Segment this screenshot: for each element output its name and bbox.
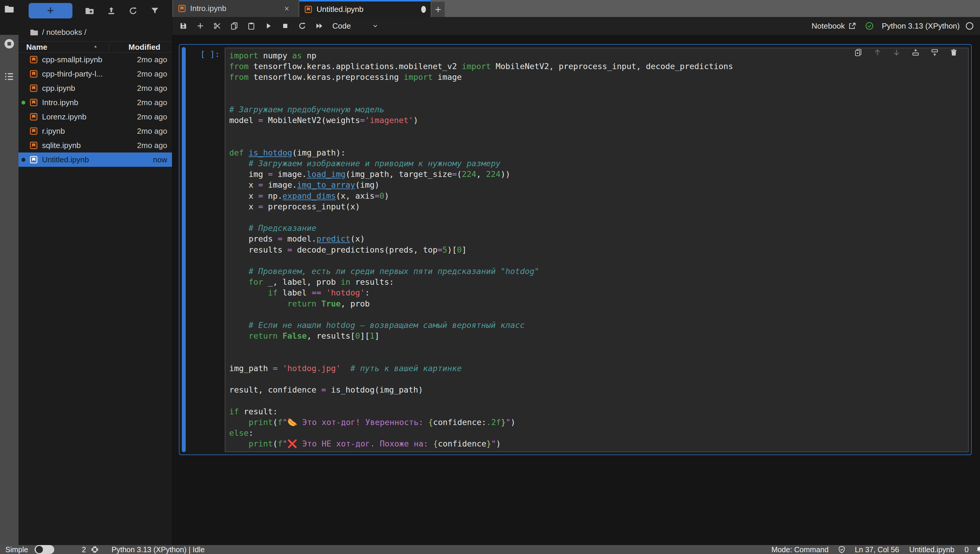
- code-line: # Загружаем изображение и приводим к нуж…: [229, 158, 968, 169]
- code-line: def is_hotdog(img_path):: [229, 147, 968, 158]
- simple-mode-toggle[interactable]: [35, 545, 54, 554]
- column-name[interactable]: Name: [26, 43, 47, 52]
- tab-label: Intro.ipynb: [190, 4, 226, 13]
- code-line: [229, 212, 968, 223]
- trusted-check-icon: [865, 21, 874, 30]
- code-line: if result:: [229, 406, 968, 417]
- notification-count[interactable]: 0: [964, 545, 969, 554]
- file-row[interactable]: Intro.ipynb2mo ago: [19, 95, 172, 110]
- code-line: [229, 341, 968, 352]
- file-modified: 2mo ago: [137, 112, 167, 121]
- tab-untitled-ipynb[interactable]: Untitled.ipynb: [299, 0, 431, 17]
- plus-icon: +: [47, 5, 54, 16]
- code-line: # Проверяем, есть ли среди первых пяти п…: [229, 266, 968, 277]
- kernel-status-text[interactable]: Python 3.13 (XPython) | Idle: [112, 545, 204, 554]
- sort-ascending-icon[interactable]: [93, 44, 98, 49]
- insert-cell-above-button[interactable]: [911, 48, 920, 57]
- file-browser-icon[interactable]: [4, 4, 14, 14]
- status-file-name[interactable]: Untitled.ipynb: [909, 545, 954, 554]
- main-area: Intro.ipynbUntitled.ipynb Code Notebook …: [172, 0, 980, 545]
- code-line: return False, results[0][1]: [229, 331, 968, 341]
- toggle-knob: [36, 546, 43, 553]
- refresh-button[interactable]: [128, 6, 138, 16]
- cut-cell-button[interactable]: [213, 22, 222, 30]
- running-kernels-icon[interactable]: [3, 38, 15, 49]
- cell-type-select[interactable]: Code: [332, 21, 351, 31]
- file-row[interactable]: cpp-third-party-l...2mo ago: [19, 67, 172, 81]
- chevron-down-icon[interactable]: [372, 22, 379, 29]
- insert-cell-button[interactable]: [196, 22, 204, 30]
- file-row[interactable]: cpp-smallpt.ipynb2mo ago: [19, 53, 172, 67]
- restart-run-all-button[interactable]: [315, 22, 323, 30]
- trust-shield-icon[interactable]: [838, 545, 846, 554]
- insert-cell-below-button[interactable]: [931, 48, 939, 57]
- file-modified: 2mo ago: [137, 98, 167, 107]
- new-tab-button[interactable]: [431, 2, 445, 17]
- code-line: [229, 126, 968, 137]
- file-row[interactable]: Lorenz.ipynb2mo ago: [19, 110, 172, 124]
- plus-icon: [434, 6, 442, 13]
- code-line: img = image.load_img(img_path, target_si…: [229, 169, 968, 180]
- file-row[interactable]: r.ipynb2mo ago: [19, 124, 172, 138]
- save-button[interactable]: [179, 22, 187, 30]
- move-cell-up-button[interactable]: [873, 48, 882, 57]
- activity-bar: [0, 0, 19, 545]
- file-modified: 2mo ago: [137, 84, 167, 93]
- column-modified[interactable]: Modified: [128, 43, 160, 52]
- code-line: preds = model.predict(x): [229, 234, 968, 244]
- cell-toolbar: [854, 48, 958, 57]
- tab-intro-ipynb[interactable]: Intro.ipynb: [173, 0, 298, 17]
- table-of-contents-icon[interactable]: [3, 71, 15, 82]
- kernel-status-icon[interactable]: [965, 21, 974, 30]
- jupyterlab-window: { "colors":{"accent_blue":"#3574cc","tab…: [0, 0, 980, 554]
- breadcrumb[interactable]: / notebooks /: [19, 27, 86, 38]
- breadcrumb-path: / notebooks /: [42, 28, 86, 37]
- paste-cell-button[interactable]: [247, 22, 255, 30]
- notebook-scroll-area[interactable]: [ ]: import numpy as npfrom tensorflow.k…: [172, 35, 980, 545]
- notebook-file-icon: [304, 5, 313, 14]
- notebook-file-icon: [29, 69, 38, 78]
- duplicate-cell-button[interactable]: [854, 48, 863, 57]
- column-divider: [109, 43, 109, 51]
- restart-kernel-button[interactable]: [298, 22, 306, 30]
- file-name: cpp-third-party-l...: [42, 69, 103, 79]
- cell-prompt: [ ]:: [200, 49, 220, 59]
- copy-cell-button[interactable]: [230, 22, 238, 30]
- file-name: cpp.ipynb: [42, 84, 75, 93]
- notebook-file-icon: [29, 112, 38, 121]
- folder-icon: [30, 28, 38, 37]
- kernel-count[interactable]: 2: [81, 545, 86, 554]
- new-folder-button[interactable]: [85, 6, 94, 16]
- cell-collapser[interactable]: [182, 47, 186, 452]
- new-launcher-button[interactable]: +: [29, 3, 72, 19]
- notebook-file-icon: [29, 55, 38, 64]
- cursor-position[interactable]: Ln 37, Col 56: [855, 545, 899, 554]
- upload-button[interactable]: [107, 6, 116, 16]
- file-row[interactable]: Untitled.ipynbnow: [19, 153, 172, 167]
- kernel-chip-icon[interactable]: [91, 545, 99, 554]
- move-cell-down-button[interactable]: [892, 48, 901, 57]
- tab-close-icon[interactable]: [283, 5, 290, 12]
- filter-button[interactable]: [150, 6, 160, 16]
- code-editor[interactable]: import numpy as npfrom tensorflow.keras.…: [225, 48, 969, 452]
- delete-cell-button[interactable]: [950, 48, 958, 57]
- code-line: [229, 94, 968, 104]
- file-row[interactable]: cpp.ipynb2mo ago: [19, 81, 172, 95]
- kernel-name[interactable]: Python 3.13 (XPython): [882, 21, 960, 31]
- code-line: results = decode_predictions(preds, top=…: [229, 245, 968, 255]
- interrupt-button[interactable]: [281, 22, 289, 30]
- tab-label: Untitled.ipynb: [316, 5, 364, 14]
- file-row[interactable]: sqlite.ipynb2mo ago: [19, 138, 172, 153]
- code-line: print(f"🌭 Это хот-дог! Уверенность: {con…: [229, 417, 968, 428]
- file-name: Intro.ipynb: [42, 98, 78, 107]
- code-line: [229, 374, 968, 385]
- mode-indicator[interactable]: Mode: Command: [771, 545, 828, 554]
- unsaved-changes-dot[interactable]: [421, 6, 426, 13]
- bell-icon[interactable]: [975, 546, 980, 553]
- code-cell[interactable]: [ ]: import numpy as npfrom tensorflow.k…: [179, 44, 972, 455]
- external-link-icon[interactable]: [848, 21, 857, 30]
- code-line: # Предсказание: [229, 223, 968, 234]
- run-button[interactable]: [264, 22, 273, 30]
- code-line: [229, 83, 968, 94]
- code-line: return True, prob: [229, 298, 968, 309]
